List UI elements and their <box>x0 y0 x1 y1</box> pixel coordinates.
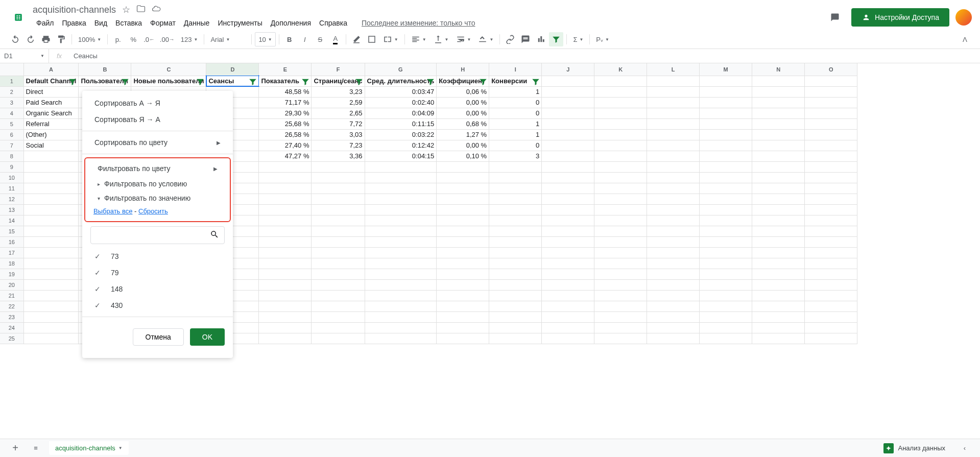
filter-by-value[interactable]: ▾Фильтровать по значению <box>85 191 230 205</box>
cell[interactable] <box>489 236 542 247</box>
move-icon[interactable] <box>136 4 146 16</box>
dec-decimal-button[interactable]: .0← <box>141 32 157 46</box>
cell[interactable] <box>542 129 594 140</box>
cell[interactable] <box>594 322 647 333</box>
cell[interactable] <box>365 290 437 301</box>
cell[interactable] <box>752 108 805 118</box>
cell[interactable] <box>365 226 437 236</box>
cell[interactable] <box>805 279 857 290</box>
header-cell[interactable] <box>542 76 594 86</box>
select-all-link[interactable]: Выбрать все <box>93 207 132 215</box>
cell[interactable] <box>542 333 594 344</box>
cell[interactable] <box>365 333 437 344</box>
cell[interactable] <box>312 290 365 301</box>
column-header[interactable]: F <box>312 63 365 76</box>
cell[interactable] <box>365 215 437 226</box>
cell[interactable] <box>365 183 437 194</box>
cell[interactable]: 0:11:15 <box>365 118 437 129</box>
header-cell[interactable]: Default Channel <box>23 76 79 86</box>
cell[interactable] <box>312 204 365 215</box>
cell[interactable] <box>489 290 542 301</box>
cell[interactable] <box>312 301 365 311</box>
cell[interactable] <box>365 258 437 269</box>
menu-edit[interactable]: Правка <box>58 17 89 29</box>
menu-addons[interactable]: Дополнения <box>267 17 315 29</box>
cell[interactable] <box>700 311 752 322</box>
header-cell[interactable]: Конверсии <box>489 76 542 86</box>
cell[interactable] <box>489 311 542 322</box>
cell[interactable]: 1 <box>489 86 542 97</box>
cell[interactable] <box>489 183 542 194</box>
cell[interactable] <box>259 301 312 311</box>
cell[interactable]: 0,00 % <box>437 97 489 108</box>
cell[interactable] <box>542 247 594 258</box>
cell[interactable] <box>594 140 647 151</box>
print-button[interactable] <box>39 32 53 46</box>
cell[interactable] <box>647 204 700 215</box>
cell[interactable] <box>437 204 489 215</box>
cell[interactable] <box>437 215 489 226</box>
sort-by-color[interactable]: Сортировать по цвету▶ <box>82 134 233 151</box>
bold-button[interactable]: B <box>282 32 297 46</box>
cell[interactable] <box>489 247 542 258</box>
cell[interactable]: 1,27 % <box>437 129 489 140</box>
row-header[interactable]: 21 <box>0 290 23 301</box>
cell[interactable] <box>542 236 594 247</box>
cell[interactable] <box>542 183 594 194</box>
cell[interactable] <box>23 194 79 204</box>
cell[interactable] <box>259 172 312 183</box>
cell[interactable] <box>489 161 542 172</box>
row-header[interactable]: 22 <box>0 301 23 311</box>
cell[interactable] <box>365 236 437 247</box>
cell[interactable] <box>752 290 805 301</box>
cell[interactable] <box>259 215 312 226</box>
cell[interactable] <box>805 258 857 269</box>
link-button[interactable] <box>503 32 517 46</box>
cell[interactable] <box>647 86 700 97</box>
cell[interactable] <box>489 194 542 204</box>
borders-button[interactable] <box>365 32 379 46</box>
column-header[interactable]: C <box>131 63 206 76</box>
header-cell[interactable] <box>752 76 805 86</box>
cell[interactable] <box>312 247 365 258</box>
cell[interactable]: 0:12:42 <box>365 140 437 151</box>
cell[interactable] <box>700 258 752 269</box>
cell[interactable]: 2,59 <box>312 97 365 108</box>
row-header[interactable]: 13 <box>0 204 23 215</box>
cell[interactable] <box>259 311 312 322</box>
row-header[interactable]: 19 <box>0 269 23 279</box>
row-header[interactable]: 1 <box>0 76 23 86</box>
cell[interactable] <box>542 215 594 226</box>
cell[interactable] <box>594 258 647 269</box>
cell[interactable] <box>594 118 647 129</box>
sigma-button[interactable]: Σ▼ <box>570 32 586 46</box>
cell[interactable] <box>23 226 79 236</box>
cell[interactable] <box>752 151 805 161</box>
cell[interactable] <box>805 269 857 279</box>
cell[interactable] <box>437 290 489 301</box>
row-header[interactable]: 11 <box>0 183 23 194</box>
sheets-logo[interactable] <box>8 7 29 28</box>
cell[interactable]: 7,72 <box>312 118 365 129</box>
cell[interactable] <box>259 333 312 344</box>
cell[interactable] <box>752 301 805 311</box>
cell[interactable] <box>542 322 594 333</box>
filter-button[interactable] <box>549 32 563 46</box>
cell[interactable] <box>647 140 700 151</box>
fill-color-button[interactable] <box>349 32 364 46</box>
column-header[interactable]: O <box>805 63 857 76</box>
cell[interactable] <box>700 118 752 129</box>
cell[interactable] <box>752 279 805 290</box>
last-edit-link[interactable]: Последнее изменение: только что <box>358 17 479 29</box>
cell[interactable]: 48,58 % <box>259 86 312 97</box>
cell[interactable] <box>437 226 489 236</box>
filter-search[interactable] <box>90 226 225 244</box>
header-cell[interactable]: Показатель <box>259 76 312 86</box>
cell[interactable] <box>594 172 647 183</box>
cancel-button[interactable]: Отмена <box>133 328 184 346</box>
cell[interactable] <box>489 322 542 333</box>
cell[interactable] <box>805 86 857 97</box>
cell[interactable] <box>365 269 437 279</box>
cell[interactable] <box>647 290 700 301</box>
cell[interactable] <box>542 140 594 151</box>
